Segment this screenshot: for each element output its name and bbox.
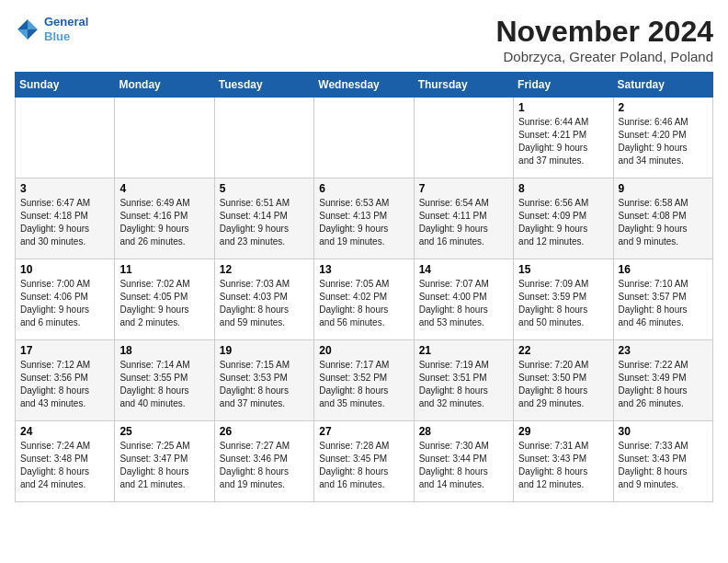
calendar-cell: 16Sunrise: 7:10 AM Sunset: 3:57 PM Dayli…	[613, 259, 712, 340]
day-info: Sunrise: 7:17 AM Sunset: 3:52 PM Dayligh…	[319, 359, 408, 410]
calendar-cell: 8Sunrise: 6:56 AM Sunset: 4:09 PM Daylig…	[514, 178, 613, 259]
day-number: 15	[518, 263, 608, 276]
calendar-week-row: 24Sunrise: 7:24 AM Sunset: 3:48 PM Dayli…	[16, 421, 713, 502]
day-info: Sunrise: 7:20 AM Sunset: 3:50 PM Dayligh…	[518, 359, 608, 410]
day-number: 7	[419, 182, 508, 195]
day-info: Sunrise: 6:56 AM Sunset: 4:09 PM Dayligh…	[518, 197, 608, 248]
day-info: Sunrise: 6:47 AM Sunset: 4:18 PM Dayligh…	[20, 197, 109, 248]
calendar-cell: 18Sunrise: 7:14 AM Sunset: 3:55 PM Dayli…	[115, 340, 214, 421]
calendar-cell: 30Sunrise: 7:33 AM Sunset: 3:43 PM Dayli…	[613, 421, 712, 502]
day-number: 1	[518, 101, 608, 114]
day-info: Sunrise: 7:28 AM Sunset: 3:45 PM Dayligh…	[319, 440, 408, 491]
weekday-header-cell: Sunday	[16, 73, 115, 98]
calendar-week-row: 1Sunrise: 6:44 AM Sunset: 4:21 PM Daylig…	[16, 98, 713, 178]
calendar-cell: 6Sunrise: 6:53 AM Sunset: 4:13 PM Daylig…	[314, 178, 414, 259]
day-number: 9	[619, 182, 708, 195]
calendar-cell: 26Sunrise: 7:27 AM Sunset: 3:46 PM Dayli…	[214, 421, 313, 502]
day-number: 26	[220, 425, 309, 438]
calendar-cell: 22Sunrise: 7:20 AM Sunset: 3:50 PM Dayli…	[514, 340, 613, 421]
day-number: 25	[119, 425, 209, 438]
title-block: November 2024 Dobrzyca, Greater Poland, …	[495, 15, 713, 64]
day-number: 6	[319, 182, 408, 195]
calendar-cell: 1Sunrise: 6:44 AM Sunset: 4:21 PM Daylig…	[514, 98, 613, 178]
calendar-cell: 5Sunrise: 6:51 AM Sunset: 4:14 PM Daylig…	[214, 178, 313, 259]
day-number: 20	[319, 344, 408, 357]
day-info: Sunrise: 6:53 AM Sunset: 4:13 PM Dayligh…	[319, 197, 408, 248]
day-number: 12	[220, 263, 309, 276]
calendar-cell: 17Sunrise: 7:12 AM Sunset: 3:56 PM Dayli…	[16, 340, 115, 421]
day-number: 2	[619, 101, 708, 114]
day-number: 14	[419, 263, 508, 276]
calendar-cell: 7Sunrise: 6:54 AM Sunset: 4:11 PM Daylig…	[414, 178, 513, 259]
calendar-table: SundayMondayTuesdayWednesdayThursdayFrid…	[15, 72, 713, 502]
calendar-cell: 12Sunrise: 7:03 AM Sunset: 4:03 PM Dayli…	[214, 259, 313, 340]
day-info: Sunrise: 7:00 AM Sunset: 4:06 PM Dayligh…	[20, 278, 109, 329]
calendar-cell	[16, 98, 115, 178]
day-number: 8	[518, 182, 608, 195]
calendar-cell	[414, 98, 513, 178]
day-number: 11	[119, 263, 209, 276]
page-header: General Blue November 2024 Dobrzyca, Gre…	[15, 15, 713, 64]
calendar-cell: 19Sunrise: 7:15 AM Sunset: 3:53 PM Dayli…	[214, 340, 313, 421]
day-info: Sunrise: 6:46 AM Sunset: 4:20 PM Dayligh…	[619, 116, 708, 167]
day-number: 28	[419, 425, 508, 438]
calendar-week-row: 10Sunrise: 7:00 AM Sunset: 4:06 PM Dayli…	[16, 259, 713, 340]
calendar-cell: 20Sunrise: 7:17 AM Sunset: 3:52 PM Dayli…	[314, 340, 414, 421]
day-info: Sunrise: 6:54 AM Sunset: 4:11 PM Dayligh…	[419, 197, 508, 248]
day-info: Sunrise: 7:02 AM Sunset: 4:05 PM Dayligh…	[119, 278, 209, 329]
day-number: 10	[20, 263, 109, 276]
calendar-cell: 10Sunrise: 7:00 AM Sunset: 4:06 PM Dayli…	[16, 259, 115, 340]
day-number: 3	[20, 182, 109, 195]
calendar-subtitle: Dobrzyca, Greater Poland, Poland	[495, 49, 713, 64]
calendar-cell: 9Sunrise: 6:58 AM Sunset: 4:08 PM Daylig…	[613, 178, 712, 259]
calendar-week-row: 3Sunrise: 6:47 AM Sunset: 4:18 PM Daylig…	[16, 178, 713, 259]
day-number: 4	[119, 182, 209, 195]
day-info: Sunrise: 6:44 AM Sunset: 4:21 PM Dayligh…	[518, 116, 608, 167]
calendar-body: 1Sunrise: 6:44 AM Sunset: 4:21 PM Daylig…	[16, 98, 713, 502]
logo-text: General Blue	[44, 15, 88, 43]
calendar-cell: 3Sunrise: 6:47 AM Sunset: 4:18 PM Daylig…	[16, 178, 115, 259]
day-number: 23	[619, 344, 708, 357]
day-number: 16	[619, 263, 708, 276]
day-info: Sunrise: 7:12 AM Sunset: 3:56 PM Dayligh…	[20, 359, 109, 410]
day-number: 30	[619, 425, 708, 438]
calendar-cell: 29Sunrise: 7:31 AM Sunset: 3:43 PM Dayli…	[514, 421, 613, 502]
day-info: Sunrise: 7:22 AM Sunset: 3:49 PM Dayligh…	[619, 359, 708, 410]
weekday-header-cell: Saturday	[613, 73, 712, 98]
logo-icon	[15, 17, 40, 42]
day-info: Sunrise: 7:33 AM Sunset: 3:43 PM Dayligh…	[619, 440, 708, 491]
calendar-cell: 23Sunrise: 7:22 AM Sunset: 3:49 PM Dayli…	[613, 340, 712, 421]
day-number: 19	[220, 344, 309, 357]
day-info: Sunrise: 7:10 AM Sunset: 3:57 PM Dayligh…	[619, 278, 708, 329]
day-info: Sunrise: 7:30 AM Sunset: 3:44 PM Dayligh…	[419, 440, 508, 491]
day-info: Sunrise: 6:51 AM Sunset: 4:14 PM Dayligh…	[220, 197, 309, 248]
calendar-cell: 27Sunrise: 7:28 AM Sunset: 3:45 PM Dayli…	[314, 421, 414, 502]
day-number: 17	[20, 344, 109, 357]
calendar-cell: 21Sunrise: 7:19 AM Sunset: 3:51 PM Dayli…	[414, 340, 513, 421]
day-number: 22	[518, 344, 608, 357]
calendar-cell	[214, 98, 313, 178]
calendar-cell: 24Sunrise: 7:24 AM Sunset: 3:48 PM Dayli…	[16, 421, 115, 502]
calendar-title: November 2024	[495, 15, 713, 49]
calendar-cell: 13Sunrise: 7:05 AM Sunset: 4:02 PM Dayli…	[314, 259, 414, 340]
calendar-cell: 28Sunrise: 7:30 AM Sunset: 3:44 PM Dayli…	[414, 421, 513, 502]
day-info: Sunrise: 7:07 AM Sunset: 4:00 PM Dayligh…	[419, 278, 508, 329]
day-number: 24	[20, 425, 109, 438]
day-info: Sunrise: 7:24 AM Sunset: 3:48 PM Dayligh…	[20, 440, 109, 491]
calendar-cell: 15Sunrise: 7:09 AM Sunset: 3:59 PM Dayli…	[514, 259, 613, 340]
day-number: 27	[319, 425, 408, 438]
calendar-cell: 14Sunrise: 7:07 AM Sunset: 4:00 PM Dayli…	[414, 259, 513, 340]
calendar-cell	[115, 98, 214, 178]
calendar-cell: 11Sunrise: 7:02 AM Sunset: 4:05 PM Dayli…	[115, 259, 214, 340]
weekday-header-cell: Friday	[514, 73, 613, 98]
day-info: Sunrise: 7:25 AM Sunset: 3:47 PM Dayligh…	[119, 440, 209, 491]
day-info: Sunrise: 7:09 AM Sunset: 3:59 PM Dayligh…	[518, 278, 608, 329]
day-info: Sunrise: 7:31 AM Sunset: 3:43 PM Dayligh…	[518, 440, 608, 491]
weekday-header-cell: Wednesday	[314, 73, 414, 98]
calendar-cell: 2Sunrise: 6:46 AM Sunset: 4:20 PM Daylig…	[613, 98, 712, 178]
day-info: Sunrise: 7:03 AM Sunset: 4:03 PM Dayligh…	[220, 278, 309, 329]
weekday-header-cell: Monday	[115, 73, 214, 98]
day-info: Sunrise: 7:14 AM Sunset: 3:55 PM Dayligh…	[119, 359, 209, 410]
day-number: 5	[220, 182, 309, 195]
day-info: Sunrise: 7:19 AM Sunset: 3:51 PM Dayligh…	[419, 359, 508, 410]
